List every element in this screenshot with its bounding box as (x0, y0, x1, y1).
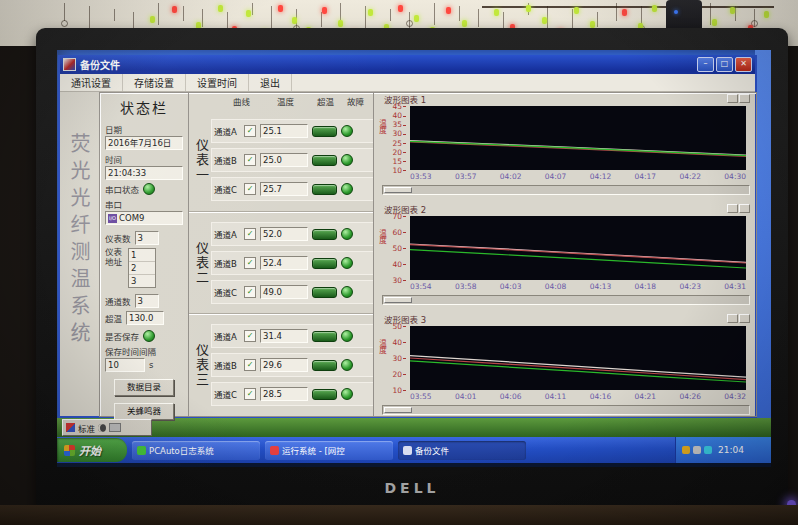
curve-checkbox[interactable]: ✓ (244, 286, 256, 298)
status-panel-title: 状态栏 (105, 97, 183, 117)
menu-item-1[interactable]: 存储设置 (123, 74, 186, 91)
menu-item-2[interactable]: 设置时间 (186, 74, 249, 91)
y-tick-mark (403, 106, 406, 107)
data-directory-button[interactable]: 数据目录 (114, 379, 174, 396)
status-panel: 状态栏 日期 2016年7月16日 时间 21:04:33 串口状态 串口 I/… (100, 93, 189, 416)
full-half-width-icon[interactable] (98, 424, 106, 432)
desktop-wallpaper-sky (755, 50, 771, 420)
plot-area (410, 326, 746, 390)
x-tick-label: 03:58 (455, 282, 477, 291)
scrollbar-thumb[interactable] (384, 187, 412, 193)
chart-scale-button[interactable] (739, 94, 750, 103)
channel-label: 通道B (214, 359, 240, 371)
channel-row: 通道A✓25.1 (211, 119, 373, 143)
taskbar-item-label: PCAuto日志系统 (149, 444, 214, 456)
x-tick-label: 04:17 (635, 172, 657, 181)
soft-keyboard-icon[interactable] (109, 423, 121, 432)
chart-scale-button[interactable] (727, 314, 738, 323)
save-toggle-led[interactable] (143, 330, 155, 342)
curve-checkbox[interactable]: ✓ (244, 257, 256, 269)
x-tick-label: 04:07 (545, 172, 567, 181)
minimize-button[interactable]: – (697, 57, 714, 72)
taskbar-item-0[interactable]: PCAuto日志系统 (132, 441, 260, 460)
fault-led (341, 330, 353, 342)
meter-addr-2[interactable]: 2 (129, 262, 155, 275)
main-panel: 状态栏 日期 2016年7月16日 时间 21:04:33 串口状态 串口 I/… (99, 92, 757, 417)
ime-mode-label: 标准 (78, 422, 95, 434)
y-tick-label: 50 (382, 322, 406, 331)
chart-scrollbar[interactable] (382, 405, 750, 415)
curve-checkbox[interactable]: ✓ (244, 125, 256, 137)
close-button[interactable]: ✕ (735, 57, 752, 72)
chart-scale-button[interactable] (727, 94, 738, 103)
curve-checkbox[interactable]: ✓ (244, 359, 256, 371)
y-tick-mark (403, 216, 406, 217)
schematic-node (406, 20, 413, 27)
curve-checkbox[interactable]: ✓ (244, 388, 256, 400)
y-tick-mark (403, 248, 406, 249)
buzzer-off-button[interactable]: 关蜂鸣器 (114, 403, 174, 420)
taskbar-item-2[interactable]: 备份文件 (398, 441, 526, 460)
overtemp-input[interactable]: 130.0 (126, 311, 164, 325)
save-interval-input[interactable]: 10 (105, 358, 145, 372)
instrument-group-2: 仪表二通道A✓52.0通道B✓52.4通道C✓49.0 (189, 211, 373, 314)
channel-label: 通道B (214, 257, 240, 269)
y-tick-mark (403, 374, 406, 375)
series-channel-B (410, 245, 746, 263)
curve-checkbox[interactable]: ✓ (244, 183, 256, 195)
time-label: 时间 (105, 153, 183, 165)
overtemp-led (312, 229, 337, 240)
channel-count-input[interactable]: 3 (135, 294, 159, 308)
channel-row: 通道A✓52.0 (211, 222, 373, 246)
temperature-value: 52.0 (260, 227, 308, 241)
y-tick-label: 30 (382, 276, 406, 285)
fault-led (341, 359, 353, 371)
tray-icon[interactable] (704, 446, 712, 454)
y-tick-mark (403, 264, 406, 265)
window-titlebar[interactable]: 备份文件 – □ ✕ (60, 55, 755, 74)
y-tick-mark (403, 358, 406, 359)
chart-scale-button[interactable] (739, 204, 750, 213)
tray-icon[interactable] (682, 446, 690, 454)
meter-addr-list[interactable]: 1 2 3 (128, 248, 156, 288)
chart-scrollbar[interactable] (382, 295, 750, 305)
y-tick-label: 10 (382, 166, 406, 175)
scrollbar-thumb[interactable] (384, 297, 412, 303)
curve-checkbox[interactable]: ✓ (244, 330, 256, 342)
x-tick-label: 03:55 (410, 392, 432, 401)
chart-scale-button[interactable] (727, 204, 738, 213)
curve-checkbox[interactable]: ✓ (244, 154, 256, 166)
serial-port-selector[interactable]: I/O COM9 (105, 211, 183, 225)
series-channel-B (410, 142, 746, 157)
window-title: 备份文件 (80, 57, 695, 72)
channel-label: 通道A (214, 125, 240, 137)
channel-row: 通道C✓49.0 (211, 280, 373, 304)
x-tick-label: 04:21 (635, 392, 657, 401)
meter-count-input[interactable]: 3 (135, 231, 159, 245)
maximize-button[interactable]: □ (716, 57, 733, 72)
panel-led-green (652, 5, 657, 12)
menu-item-3[interactable]: 退出 (249, 74, 292, 91)
menu-item-0[interactable]: 通讯设置 (60, 74, 123, 91)
taskbar-item-label: 备份文件 (415, 444, 449, 456)
channel-row: 通道B✓52.4 (211, 251, 373, 275)
y-tick-mark (403, 342, 406, 343)
temperature-value: 25.0 (260, 153, 308, 167)
tray-icon[interactable] (693, 446, 701, 454)
x-tick-labels: 03:5504:0104:0604:1104:1604:2104:2604:32 (410, 392, 746, 401)
start-button[interactable]: 开始 (57, 438, 127, 462)
y-tick-mark (403, 116, 406, 117)
chart-scrollbar[interactable] (382, 185, 750, 195)
meter-addr-1[interactable]: 1 (129, 249, 155, 262)
save-interval-unit: s (149, 360, 153, 370)
y-tick-label: 10 (382, 386, 406, 395)
taskbar-item-1[interactable]: 运行系统 - [网控 (265, 441, 393, 460)
meter-addr-3[interactable]: 3 (129, 275, 155, 287)
chart-scale-button[interactable] (739, 314, 750, 323)
plot-area (410, 216, 746, 280)
curve-checkbox[interactable]: ✓ (244, 228, 256, 240)
scrollbar-thumb[interactable] (384, 407, 412, 413)
y-tick-label: 20 (382, 370, 406, 379)
overtemp-led (312, 126, 337, 137)
ime-toolbar[interactable]: 标准 (62, 419, 152, 436)
